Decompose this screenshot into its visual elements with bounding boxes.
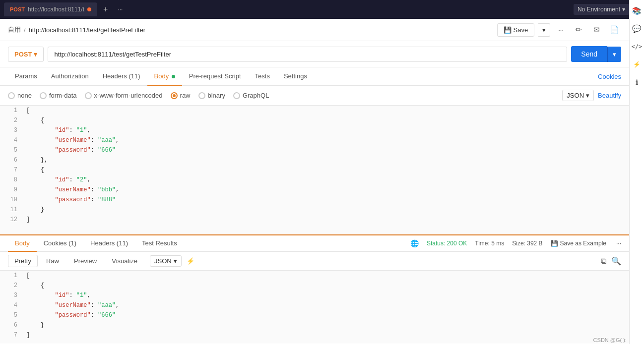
radio-raw-label: raw <box>180 92 191 99</box>
req-line-9: 9 "userName": "bbb", <box>0 185 629 195</box>
status-size: Size: 392 B <box>512 240 542 247</box>
radio-none[interactable]: none <box>8 92 32 99</box>
res-line-4: 4 "userName": "aaa", <box>0 300 629 310</box>
add-tab-button[interactable]: + <box>99 3 112 16</box>
filter-icon[interactable]: ⚡ <box>187 257 194 265</box>
req-line-2: 2 { <box>0 115 629 125</box>
request-tabs: Params Authorization Headers (11) Body P… <box>0 67 629 86</box>
res-view-pretty[interactable]: Pretty <box>8 255 38 267</box>
tab-more-button[interactable]: ··· <box>114 4 127 15</box>
method-arrow-icon: ▾ <box>34 51 37 58</box>
save-icon: 💾 <box>504 26 512 34</box>
env-name: No Environment <box>578 6 620 13</box>
tab-method-badge: POST <box>10 6 25 12</box>
document-icon[interactable]: 📄 <box>607 23 621 37</box>
save-button[interactable]: 💾 Save <box>497 23 535 37</box>
comment-icon[interactable]: 💬 <box>630 22 644 36</box>
radio-none-dot <box>8 92 15 99</box>
api-icon[interactable]: ⚡ <box>630 57 644 71</box>
tab-modified-dot <box>87 7 91 11</box>
response-code-viewer: 1 [ 2 { 3 "id": "1", 4 "userName": "aaa"… <box>0 271 629 344</box>
cookies-link[interactable]: Cookies <box>598 73 621 80</box>
radio-none-label: none <box>17 92 32 99</box>
send-main-button[interactable]: Send <box>571 46 607 62</box>
radio-urlencoded[interactable]: x-www-form-urlencoded <box>85 92 163 99</box>
info-icon[interactable]: ℹ <box>630 75 644 89</box>
url-input[interactable] <box>48 47 567 62</box>
tab-pre-request-script[interactable]: Pre-request Script <box>182 67 248 86</box>
body-right-options: JSON ▾ Beautify <box>562 90 621 101</box>
environment-selector[interactable]: No Environment ▾ <box>574 4 629 15</box>
res-tab-test-results[interactable]: Test Results <box>135 235 184 252</box>
res-view-raw[interactable]: Raw <box>40 255 65 267</box>
env-arrow-icon: ▾ <box>622 6 625 13</box>
breadcrumb-home[interactable]: 自用 <box>8 25 21 34</box>
tab-params[interactable]: Params <box>8 67 44 86</box>
res-json-label: JSON <box>154 257 172 265</box>
body-options: none form-data x-www-form-urlencoded raw… <box>0 86 629 106</box>
active-tab[interactable]: POST http://localhost:8111/t <box>4 2 97 16</box>
send-dropdown-button[interactable]: ▾ <box>607 47 621 62</box>
res-tab-cookies[interactable]: Cookies (1) <box>37 235 83 252</box>
main-content: 自用 / http://localhost:8111/test/getTestP… <box>0 19 629 344</box>
req-line-1: 1 [ <box>0 106 629 115</box>
save-dropdown-button[interactable]: ▾ <box>538 23 550 37</box>
res-body-right: ⧉ 🔍 <box>601 256 621 266</box>
req-line-5: 5 "password": "666" <box>0 145 629 155</box>
beautify-button[interactable]: Beautify <box>598 92 621 99</box>
method-selector[interactable]: POST ▾ <box>8 47 44 62</box>
code-slash-icon[interactable]: </> <box>630 40 644 54</box>
watermark: CSDN @G( ): <box>593 337 627 343</box>
tab-authorization[interactable]: Authorization <box>44 67 96 86</box>
res-view-visualize[interactable]: Visualize <box>105 255 144 267</box>
body-dot <box>172 75 175 78</box>
response-body-view-tabs: Pretty Raw Preview Visualize JSON ▾ ⚡ ⧉ … <box>0 252 629 271</box>
tab-tests[interactable]: Tests <box>248 67 277 86</box>
radio-raw-dot <box>171 92 178 99</box>
breadcrumb: 自用 / http://localhost:8111/test/getTestP… <box>0 19 629 41</box>
response-status: 🌐 Status: 200 OK Time: 5 ms Size: 392 B … <box>410 239 621 247</box>
res-tab-body[interactable]: Body <box>8 235 37 252</box>
tab-url-label: http://localhost:8111/t <box>28 6 84 13</box>
tab-headers[interactable]: Headers (11) <box>96 67 147 86</box>
response-section: Body Cookies (1) Headers (11) Test Resul… <box>0 234 629 344</box>
req-line-6: 6 }, <box>0 155 629 165</box>
method-label: POST <box>14 51 32 58</box>
radio-raw[interactable]: raw <box>171 92 191 99</box>
radio-graphql-label: GraphQL <box>243 92 269 99</box>
edit-icon[interactable]: ✏ <box>572 23 585 37</box>
breadcrumb-more-button[interactable]: ··· <box>554 24 568 36</box>
status-time: Time: 5 ms <box>475 240 504 247</box>
breadcrumb-current: http://localhost:8111/test/getTestPreFil… <box>29 26 146 34</box>
json-type-selector[interactable]: JSON ▾ <box>562 90 594 101</box>
right-sidebar: 📚 💬 </> ⚡ ℹ <box>629 0 644 344</box>
res-line-1: 1 [ <box>0 271 629 281</box>
radio-form-data[interactable]: form-data <box>40 92 77 99</box>
req-tab-right: Cookies <box>598 73 621 80</box>
search-icon[interactable]: 🔍 <box>611 256 621 266</box>
response-tabs-bar: Body Cookies (1) Headers (11) Test Resul… <box>0 235 629 252</box>
globe-icon: 🌐 <box>410 239 419 247</box>
req-line-4: 4 "userName": "aaa", <box>0 135 629 145</box>
save-example-button[interactable]: 💾 Save as Example <box>551 240 606 247</box>
radio-graphql[interactable]: GraphQL <box>233 92 269 99</box>
request-body-editor[interactable]: 1 [ 2 { 3 "id": "1", 4 "userName": "aaa"… <box>0 106 629 234</box>
url-bar: POST ▾ Send ▾ <box>0 41 629 67</box>
tab-bar: POST http://localhost:8111/t + ··· No En… <box>0 0 644 19</box>
breadcrumb-actions: 💾 Save ▾ ··· ✏ ✉ 📄 <box>497 23 621 37</box>
message-icon[interactable]: ✉ <box>589 23 603 37</box>
tab-settings[interactable]: Settings <box>277 67 314 86</box>
req-line-7: 7 { <box>0 165 629 175</box>
response-more-button[interactable]: ··· <box>616 240 621 247</box>
res-json-type-selector[interactable]: JSON ▾ <box>150 255 182 267</box>
tab-body[interactable]: Body <box>147 67 182 86</box>
res-view-preview[interactable]: Preview <box>67 255 103 267</box>
res-line-3: 3 "id": "1", <box>0 290 629 300</box>
radio-urlencoded-dot <box>85 92 92 99</box>
json-type-label: JSON <box>567 92 584 99</box>
res-tab-headers[interactable]: Headers (11) <box>83 235 135 252</box>
book-icon[interactable]: 📚 <box>630 4 644 18</box>
radio-binary[interactable]: binary <box>198 92 225 99</box>
copy-icon[interactable]: ⧉ <box>601 257 606 266</box>
radio-urlencoded-label: x-www-form-urlencoded <box>94 92 163 99</box>
